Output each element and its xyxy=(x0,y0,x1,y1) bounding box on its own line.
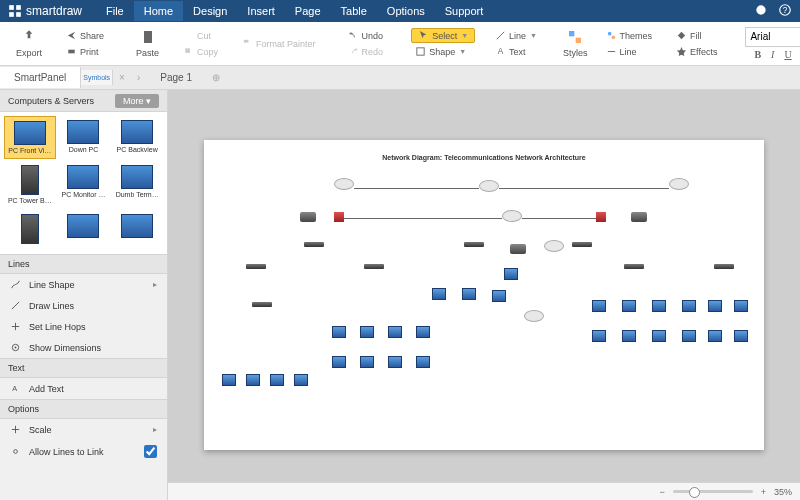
menu-page[interactable]: Page xyxy=(285,1,331,21)
node-switch[interactable] xyxy=(364,264,384,269)
node-pc[interactable] xyxy=(682,300,696,312)
node-pc[interactable] xyxy=(492,290,506,302)
shape-tool[interactable]: Shape▼ xyxy=(411,44,475,59)
menu-support[interactable]: Support xyxy=(435,1,494,21)
tab-smartpanel[interactable]: SmartPanel xyxy=(0,67,81,88)
format-painter-button[interactable]: Format Painter xyxy=(238,36,320,51)
node-pc[interactable] xyxy=(416,326,430,338)
symbol-extra[interactable] xyxy=(111,210,163,250)
symbol-pc-monitor[interactable]: PC Monitor … xyxy=(58,161,110,208)
line-shape-button[interactable]: Line Shape▸ xyxy=(0,274,167,295)
underline-button[interactable]: U xyxy=(781,48,794,61)
node-switch[interactable] xyxy=(252,302,272,307)
allow-link-checkbox[interactable] xyxy=(144,445,157,458)
node-pc[interactable] xyxy=(592,330,606,342)
allow-lines-link-toggle[interactable]: Allow Lines to Link xyxy=(0,440,167,463)
export-button[interactable]: Export xyxy=(12,27,46,60)
notifications-icon[interactable] xyxy=(754,3,768,19)
redo-button[interactable]: Redo xyxy=(344,44,388,59)
line-tool[interactable]: Line▼ xyxy=(491,28,541,43)
node-cloud[interactable] xyxy=(669,178,689,190)
copy-button[interactable]: Copy xyxy=(179,44,222,59)
fill-button[interactable]: Fill xyxy=(672,28,721,43)
node-pc[interactable] xyxy=(388,326,402,338)
node-pc[interactable] xyxy=(592,300,606,312)
more-symbols-button[interactable]: More ▾ xyxy=(115,94,159,108)
themes-button[interactable]: Themes xyxy=(602,28,657,43)
add-page-icon[interactable]: ⊕ xyxy=(206,72,226,83)
node-cloud[interactable] xyxy=(502,210,522,222)
menu-file[interactable]: File xyxy=(96,1,134,21)
node-pc[interactable] xyxy=(222,374,236,386)
zoom-in-button[interactable]: + xyxy=(761,487,766,497)
node-pc[interactable] xyxy=(734,300,748,312)
node-switch[interactable] xyxy=(624,264,644,269)
node-cloud[interactable] xyxy=(544,240,564,252)
node-pc[interactable] xyxy=(708,330,722,342)
cut-button[interactable]: Cut xyxy=(179,28,222,43)
symbol-down-pc[interactable]: Down PC xyxy=(58,116,110,159)
symbol-category[interactable]: Computers & Servers xyxy=(8,96,94,106)
node-switch[interactable] xyxy=(572,242,592,247)
scale-button[interactable]: Scale▸ xyxy=(0,419,167,440)
node-pc[interactable] xyxy=(708,300,722,312)
node-pc[interactable] xyxy=(652,300,666,312)
zoom-slider[interactable] xyxy=(673,490,753,493)
menu-options[interactable]: Options xyxy=(377,1,435,21)
font-family-input[interactable] xyxy=(745,27,800,47)
node-switch[interactable] xyxy=(464,242,484,247)
bold-button[interactable]: B xyxy=(751,48,764,61)
zoom-out-button[interactable]: − xyxy=(659,487,664,497)
diagram-page[interactable]: Network Diagram: Telecommunications Netw… xyxy=(204,140,764,450)
node-pc[interactable] xyxy=(682,330,696,342)
canvas-area[interactable]: Network Diagram: Telecommunications Netw… xyxy=(168,90,800,500)
node-cloud[interactable] xyxy=(524,310,544,322)
paste-button[interactable]: Paste xyxy=(132,27,163,60)
node-pc[interactable] xyxy=(432,288,446,300)
set-line-hops-button[interactable]: Set Line Hops xyxy=(0,316,167,337)
symbol-extra[interactable] xyxy=(58,210,110,250)
node-firewall[interactable] xyxy=(334,212,344,222)
node-pc[interactable] xyxy=(416,356,430,368)
share-button[interactable]: Share xyxy=(62,28,108,43)
symbol-pc-backview[interactable]: PC Backview xyxy=(111,116,163,159)
node-switch[interactable] xyxy=(714,264,734,269)
node-pc[interactable] xyxy=(734,330,748,342)
node-pc[interactable] xyxy=(622,300,636,312)
node-pc[interactable] xyxy=(388,356,402,368)
node-pc[interactable] xyxy=(462,288,476,300)
undo-button[interactable]: Undo xyxy=(344,28,388,43)
node-switch[interactable] xyxy=(246,264,266,269)
node-pc[interactable] xyxy=(270,374,284,386)
symbol-dumb-term[interactable]: Dumb Term… xyxy=(111,161,163,208)
node-pc[interactable] xyxy=(360,356,374,368)
tab-symbols[interactable]: Symbols xyxy=(81,70,113,85)
select-tool[interactable]: Select▼ xyxy=(411,28,475,43)
node-pc[interactable] xyxy=(504,268,518,280)
node-pc[interactable] xyxy=(332,356,346,368)
line-style-button[interactable]: Line xyxy=(602,44,657,59)
node-router[interactable] xyxy=(510,244,526,254)
add-text-button[interactable]: AAdd Text xyxy=(0,378,167,399)
menu-table[interactable]: Table xyxy=(331,1,377,21)
node-pc[interactable] xyxy=(652,330,666,342)
symbol-pc-tower[interactable]: PC Tower B… xyxy=(4,161,56,208)
print-button[interactable]: Print xyxy=(62,44,108,59)
next-tab-icon[interactable]: › xyxy=(131,72,146,83)
help-icon[interactable]: ? xyxy=(778,3,792,19)
node-cloud[interactable] xyxy=(479,180,499,192)
text-tool[interactable]: AText xyxy=(491,44,541,59)
tab-page1[interactable]: Page 1 xyxy=(146,67,206,88)
node-router[interactable] xyxy=(631,212,647,222)
menu-design[interactable]: Design xyxy=(183,1,237,21)
symbol-pc-front[interactable]: PC Front Vi… xyxy=(4,116,56,159)
close-tab-icon[interactable]: × xyxy=(113,72,131,83)
node-pc[interactable] xyxy=(360,326,374,338)
node-pc[interactable] xyxy=(294,374,308,386)
show-dimensions-button[interactable]: Show Dimensions xyxy=(0,337,167,358)
menu-home[interactable]: Home xyxy=(134,1,183,21)
node-firewall[interactable] xyxy=(596,212,606,222)
node-pc[interactable] xyxy=(332,326,346,338)
draw-lines-button[interactable]: Draw Lines xyxy=(0,295,167,316)
node-pc[interactable] xyxy=(622,330,636,342)
